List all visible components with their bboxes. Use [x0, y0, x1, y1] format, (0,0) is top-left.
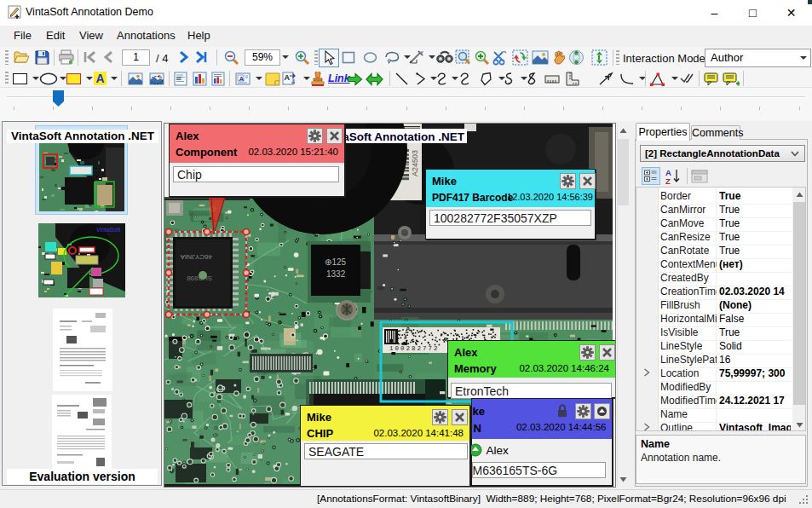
svg-text:⊕125: ⊕125	[325, 257, 347, 267]
svg-text:1332: 1332	[326, 269, 346, 279]
svg-text:A24503: A24503	[411, 150, 419, 176]
svg-text:100282772: 100282772	[389, 345, 440, 352]
svg-text:VintaSoft: VintaSoft	[96, 227, 120, 233]
svg-text:46CYJNIA: 46CYJNIA	[180, 253, 212, 261]
svg-text:A: A	[239, 75, 245, 83]
svg-text:A: A	[285, 73, 291, 82]
svg-text:Z: Z	[665, 176, 671, 185]
